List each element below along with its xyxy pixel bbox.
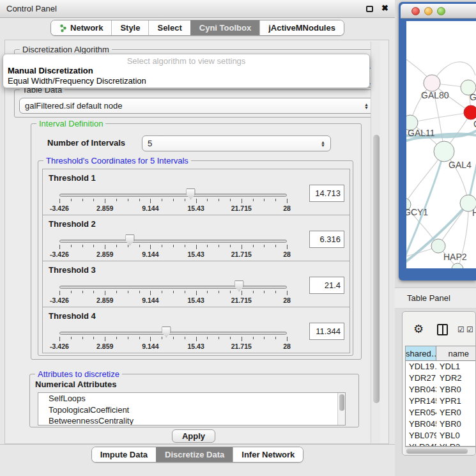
scrollbar-thumb[interactable] [406,449,468,454]
checkbox-icon[interactable]: ☑ [466,325,473,334]
list-item[interactable]: SelfLoops [38,393,345,404]
slider-track[interactable] [59,194,287,197]
threshold-value-field[interactable]: 21.4 [309,277,344,294]
panel-scrollbar[interactable] [371,42,380,443]
tab-select[interactable]: Select [148,20,190,35]
tick-mark [207,337,208,339]
tick-label: 15.43 [187,204,204,212]
table-data-combo[interactable]: galFiltered.sif default node ▲▼ [19,98,374,114]
tick-mark [71,245,72,247]
slider-thumb[interactable] [186,188,196,199]
threshold-box: Threshold 3-3.4262.8599.14415.4321.71528… [42,261,350,307]
slider-track[interactable] [59,286,287,289]
threshold-value-field[interactable]: 6.316 [309,231,344,248]
table-row[interactable]: YBR043CYBR0 [406,384,476,395]
cell-name: YBR0 [436,418,476,430]
scrollbar-thumb[interactable] [339,394,344,411]
tick-mark [275,199,276,201]
tick-mark [59,245,60,249]
cell-name: YDL1 [436,361,476,372]
threshold-slider[interactable]: -3.4262.8599.14415.4321.71528 [59,194,287,212]
tab-label: Discretize Data [165,450,224,459]
algorithm-option[interactable]: Manual Discretization [3,66,369,76]
table-row[interactable]: YBR045CYBR0 [406,418,476,430]
settings-gear-icon[interactable]: ⚙ [413,322,424,336]
threshold-slider[interactable]: -3.4262.8599.14415.4321.71528 [59,286,287,304]
tick-mark [82,291,83,293]
tick-mark [253,291,254,293]
threshold-slider[interactable]: -3.4262.8599.14415.4321.71528 [59,240,287,258]
table-panel-titlebar: Table Panel [395,288,476,309]
tick-mark [150,337,151,341]
tab-style[interactable]: Style [111,20,148,35]
slider-thumb[interactable] [234,280,244,291]
algorithm-option[interactable]: Equal Width/Frequency Discretization [3,76,369,86]
tick-mark [264,291,265,293]
network-node-c[interactable] [464,105,476,119]
network-node-gal4[interactable] [434,141,454,162]
cell-shared-name: YBR045C [406,418,436,430]
algorithm-hint-option[interactable]: Select algorithm to view settings [3,54,369,66]
list-item[interactable]: BetweennessCentrality [38,415,345,426]
tab-label: Select [157,23,181,33]
top-tab-bar: NetworkStyleSelectCyni ToolboxjActiveMNo… [0,20,395,36]
tick-mark [139,337,140,339]
column-header-name[interactable]: name [436,346,476,360]
table-row[interactable]: YPR145WYPR1 [406,395,476,407]
table-row[interactable]: YDL19…YDL1 [406,361,476,372]
tab-infer-network[interactable]: Infer Network [233,447,303,462]
minimize-traffic-light-icon[interactable] [424,7,433,15]
network-canvas[interactable]: GAL80G.CGAL11GAL4GCY1HHAP2 [406,21,476,268]
network-node-hap2[interactable] [431,239,445,253]
attributes-scrollbar[interactable] [337,393,345,425]
number-of-intervals-combo[interactable]: 5 ▲▼ [142,135,331,151]
tick-mark [275,291,276,293]
table-data-value: galFiltered.sif default node [25,101,122,111]
list-item[interactable]: TopologicalCoefficient [38,404,345,416]
tick-mark [242,337,242,341]
control-panel-titlebar: Control Panel ✖ [0,0,395,18]
column-layout-icon[interactable] [437,324,448,335]
tick-label: 9.144 [142,204,158,212]
tick-mark [82,199,83,201]
table-row[interactable]: YDR27…YDR2 [406,372,476,384]
slider-thumb[interactable] [162,326,171,337]
float-window-icon[interactable] [366,6,373,12]
network-node-gal80[interactable] [424,75,440,91]
slider-track[interactable] [59,332,287,335]
close-traffic-light-icon[interactable] [411,7,420,15]
slider-track[interactable] [59,240,287,243]
tick-label: 28 [283,204,291,212]
tab-jactivemnodules[interactable]: jActiveMNodules [259,20,344,35]
threshold-value-field[interactable]: 11.344 [309,323,344,340]
tick-mark [253,199,254,201]
checkbox-icon[interactable]: ☑ [457,325,464,334]
table-row[interactable]: YBL079WYBL0 [406,430,476,441]
table-horizontal-scrollbar[interactable] [405,447,475,454]
tick-mark [128,291,128,293]
table-header-row: shared… name [406,346,476,361]
table-row[interactable]: YLR345WYLR3 [406,441,476,447]
tab-network[interactable]: Network [51,20,111,35]
tick-mark [162,337,162,339]
tick-mark [71,337,72,339]
table-row[interactable]: YER054CYER0 [406,407,476,418]
tab-cyni-toolbox[interactable]: Cyni Toolbox [190,20,259,35]
tick-mark [207,199,208,201]
slider-thumb[interactable] [125,234,135,245]
threshold-slider[interactable]: -3.4262.8599.14415.4321.71528 [59,332,287,350]
column-header-shared-name[interactable]: shared… [406,346,436,360]
tick-mark [196,199,197,203]
group-title: Threshold's Coordinates for 5 Intervals [43,156,191,165]
numerical-attributes-list[interactable]: SelfLoopsTopologicalCoefficientBetweenne… [38,392,346,426]
close-icon[interactable]: ✖ [381,3,388,13]
threshold-value-field[interactable]: 14.713 [309,185,344,202]
tab-impute-data[interactable]: Impute Data [92,447,156,462]
tick-mark [105,245,105,249]
tab-discretize-data[interactable]: Discretize Data [156,447,233,462]
scrollbar-thumb[interactable] [373,135,380,403]
zoom-traffic-light-icon[interactable] [437,7,445,15]
tab-label: Style [120,23,140,33]
apply-button[interactable]: Apply [172,429,215,443]
node-attribute-table[interactable]: shared… name YDL19…YDL1YDR27…YDR2YBR043C… [405,346,476,447]
